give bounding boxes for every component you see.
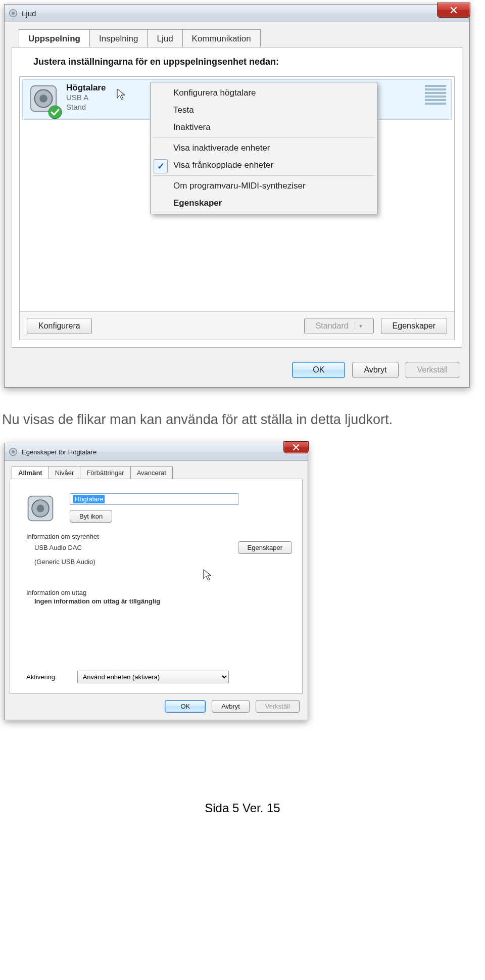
dialog-body: Justera inställningarna för en uppspelni…	[12, 47, 462, 348]
cancel-button[interactable]: Avbryt	[352, 362, 398, 378]
menu-properties[interactable]: Egenskaper	[151, 195, 377, 212]
cursor-icon	[202, 569, 214, 581]
caption-text: Nu visas de flikar man kan använda för a…	[2, 412, 483, 428]
ok-button[interactable]: OK	[165, 700, 206, 713]
window-title: Egenskaper för Högtalare	[22, 448, 96, 456]
controller-properties-button[interactable]: Egenskaper	[238, 541, 292, 554]
apply-button[interactable]: Verkställ	[256, 700, 300, 713]
cancel-button[interactable]: Avbryt	[212, 700, 250, 713]
dialog-footer: OK Avbryt Verkställ	[5, 694, 308, 720]
device-name-value: Högtalare	[73, 495, 105, 503]
speaker-sys-icon	[9, 9, 18, 18]
menu-show-disabled[interactable]: Visa inaktiverade enheter	[151, 139, 377, 157]
apply-button[interactable]: Verkställ	[406, 362, 459, 378]
page-footer: Sida 5 Ver. 15	[0, 801, 485, 815]
activation-select[interactable]: Använd enheten (aktivera)	[77, 671, 229, 683]
device-driver: USB A	[66, 93, 106, 103]
device-context-menu: Konfigurera högtalare Testa Inaktivera V…	[150, 82, 377, 214]
svg-point-7	[12, 450, 15, 454]
tab-sounds[interactable]: Ljud	[147, 29, 182, 47]
controller-name: USB Audio DAC	[34, 544, 82, 551]
tab-advanced[interactable]: Avancerat	[130, 466, 173, 479]
change-icon-button[interactable]: Byt ikon	[70, 510, 112, 523]
tab-strip: Allmänt Nivåer Förbättringar Avancerat	[5, 461, 308, 479]
activation-label: Aktivering:	[26, 673, 57, 681]
controller-sub: (Generic USB Audio)	[34, 558, 292, 566]
tab-enhancements[interactable]: Förbättringar	[80, 466, 130, 479]
tab-communication[interactable]: Kommunikation	[182, 29, 261, 47]
device-name: Högtalare	[66, 83, 106, 93]
set-default-label: Standard	[316, 321, 349, 331]
check-icon: ✓	[154, 159, 168, 173]
controller-heading: Information om styrenhet	[26, 533, 292, 540]
speaker-icon	[25, 493, 56, 524]
jack-heading: Information om uttag	[26, 589, 292, 596]
jack-text: Ingen information om uttag är tillgängli…	[34, 597, 292, 605]
titlebar[interactable]: Ljud	[5, 5, 469, 22]
svg-point-10	[37, 505, 44, 512]
tab-playback[interactable]: Uppspelning	[19, 29, 90, 47]
menu-disable[interactable]: Inaktivera	[151, 119, 377, 136]
tab-levels[interactable]: Nivåer	[48, 466, 81, 479]
dialog-footer: OK Avbryt Verkställ	[5, 355, 469, 387]
close-button[interactable]	[283, 441, 309, 453]
level-meter-icon	[425, 83, 446, 105]
dropdown-arrow-icon: ▾	[355, 322, 362, 330]
menu-about-midi[interactable]: Om programvaru-MIDI-syntheziser	[151, 177, 377, 195]
sound-dialog: Ljud Uppspelning Inspelning Ljud Kommuni…	[4, 4, 470, 388]
window-title: Ljud	[22, 9, 36, 18]
default-check-icon	[48, 105, 62, 119]
device-list-toolbar: Konfigurera Standard ▾ Egenskaper	[20, 311, 454, 340]
prompt-text: Justera inställningarna för en uppspelni…	[33, 57, 455, 67]
titlebar[interactable]: Egenskaper för Högtalare	[5, 443, 308, 461]
menu-show-disconnected[interactable]: ✓ Visa frånkopplade enheter	[151, 157, 377, 174]
speaker-sys-icon	[9, 447, 18, 456]
tab-recording[interactable]: Inspelning	[89, 29, 148, 47]
tab-general[interactable]: Allmänt	[12, 466, 49, 479]
set-default-button[interactable]: Standard ▾	[304, 318, 374, 334]
device-icon-wrap	[28, 83, 59, 116]
speaker-properties-dialog: Egenskaper för Högtalare Allmänt Nivåer …	[4, 443, 308, 720]
menu-show-disconnected-label: Visa frånkopplade enheter	[173, 160, 273, 170]
tab-strip: Uppspelning Inspelning Ljud Kommunikatio…	[5, 22, 469, 47]
device-lines: Högtalare USB A Stand	[66, 83, 106, 112]
svg-point-4	[39, 95, 47, 103]
menu-configure-speakers[interactable]: Konfigurera högtalare	[151, 84, 377, 102]
configure-button[interactable]: Konfigurera	[27, 318, 92, 334]
dialog-body: Högtalare Byt ikon Information om styren…	[10, 479, 303, 694]
device-list[interactable]: Högtalare USB A Stand Konfigurera högtal…	[19, 76, 455, 340]
menu-test[interactable]: Testa	[151, 102, 377, 119]
svg-point-5	[48, 106, 62, 119]
svg-point-1	[12, 12, 15, 15]
device-name-input[interactable]: Högtalare	[70, 493, 238, 505]
ok-button[interactable]: OK	[292, 362, 345, 378]
device-status: Stand	[66, 103, 106, 112]
close-button[interactable]	[437, 3, 470, 18]
properties-button[interactable]: Egenskaper	[381, 318, 447, 334]
